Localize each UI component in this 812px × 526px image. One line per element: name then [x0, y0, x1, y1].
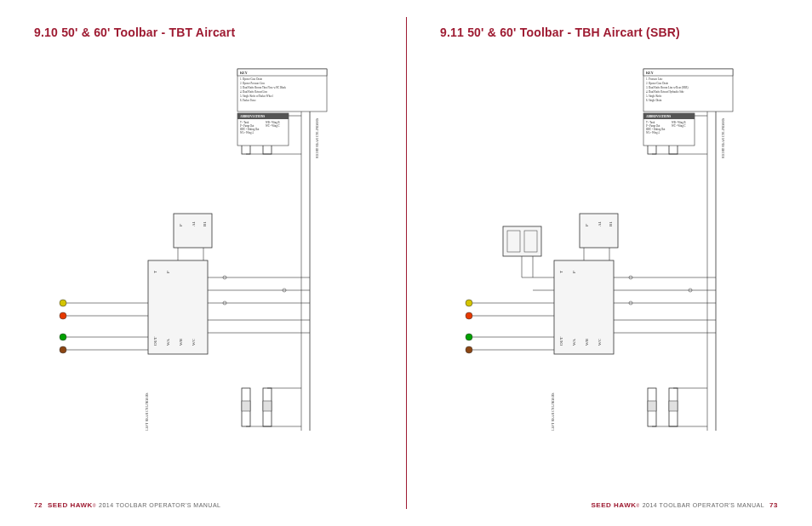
page-right: 9.11 50' & 60' Toolbar - TBH Aircart (SB…: [406, 0, 812, 526]
svg-text:3. Dual Knife Brown Line w/Rea: 3. Dual Knife Brown Line w/Rear (SBR): [646, 86, 688, 89]
footer-left: 72 SEED HAWK ® 2014 TOOLBAR OPERATOR'S M…: [34, 501, 372, 509]
svg-point-3: [60, 346, 66, 353]
svg-text:6. Single Drain: 6. Single Drain: [646, 99, 662, 102]
svg-point-64: [466, 312, 472, 319]
svg-text:WC - Wing C: WC - Wing C: [672, 124, 686, 128]
svg-text:RIGHT REAR CYLINDERS: RIGHT REAR CYLINDERS: [315, 118, 319, 158]
hydraulic-schematic-icon: T P OUT WA WB WC P A1 B1: [46, 56, 361, 456]
heading-left: 9.10 50' & 60' Toolbar - TBT Aircart: [34, 26, 372, 39]
svg-text:1. Pressure Line: 1. Pressure Line: [646, 77, 663, 81]
svg-point-66: [466, 346, 472, 353]
svg-text:T: T: [153, 271, 157, 273]
svg-point-1: [60, 312, 66, 319]
svg-rect-114: [643, 69, 733, 76]
heading-right: 9.11 50' & 60' Toolbar - TBH Aircart (SB…: [440, 26, 778, 39]
svg-text:RIGHT REAR CYLINDERS: RIGHT REAR CYLINDERS: [721, 118, 725, 158]
svg-rect-107: [669, 401, 678, 411]
svg-rect-44: [237, 69, 327, 76]
svg-text:KEY: KEY: [646, 71, 654, 75]
page-number-left: 72: [34, 501, 43, 509]
svg-text:KEY: KEY: [240, 71, 248, 75]
brand-reg-left: ®: [93, 503, 96, 508]
svg-text:4. Dual Knife Retract Line: 4. Dual Knife Retract Line: [240, 90, 268, 94]
svg-text:P: P: [572, 271, 576, 273]
svg-rect-37: [263, 401, 272, 411]
svg-text:P: P: [179, 224, 183, 226]
svg-point-63: [466, 300, 472, 306]
svg-text:OUT: OUT: [559, 337, 563, 346]
svg-text:A1: A1: [192, 220, 196, 226]
svg-text:WC - Wing C: WC - Wing C: [266, 124, 280, 128]
svg-text:2. Opener Pressure Line: 2. Opener Pressure Line: [240, 82, 266, 85]
page-number-right: 73: [769, 501, 778, 509]
svg-rect-36: [242, 401, 250, 411]
svg-text:6. Packer Force: 6. Packer Force: [240, 99, 256, 102]
diagram-left: T P OUT WA WB WC P A1 B1: [34, 56, 372, 501]
svg-text:5. Single Knife: 5. Single Knife: [646, 94, 662, 98]
svg-text:B1: B1: [609, 221, 613, 226]
svg-rect-15: [174, 214, 212, 248]
svg-text:WB: WB: [585, 338, 589, 346]
svg-rect-78: [580, 214, 618, 248]
brand-reg-right: ®: [636, 503, 639, 508]
svg-text:ABBREVIATIONS: ABBREVIATIONS: [646, 115, 671, 118]
svg-text:WA - Wing A: WA - Wing A: [240, 131, 254, 134]
diagram-right: T P OUT WA WB WC P A1 B1: [440, 56, 778, 501]
footer-right: SEED HAWK ® 2014 TOOLBAR OPERATOR'S MANU…: [440, 501, 778, 509]
svg-text:LEFT REAR CYLINDERS: LEFT REAR CYLINDERS: [145, 392, 149, 431]
svg-text:P: P: [166, 271, 170, 273]
svg-text:4. Dual Knife Retract Hydrauli: 4. Dual Knife Retract Hydraulic Side: [646, 90, 684, 94]
brand-left: SEED HAWK: [48, 501, 93, 509]
brand-right: SEED HAWK: [592, 501, 637, 509]
svg-text:5. Single Knife w/Packer Wheel: 5. Single Knife w/Packer Wheel: [240, 94, 273, 98]
svg-text:B1: B1: [203, 221, 207, 226]
svg-text:2. Opener Case Drain: 2. Opener Case Drain: [646, 82, 668, 85]
svg-text:P: P: [585, 224, 589, 226]
svg-text:3. Dual Knife Brown Thru Flow : 3. Dual Knife Brown Thru Flow w/SC Block: [240, 86, 287, 89]
footer-text-right: 2014 TOOLBAR OPERATOR'S MANUAL: [643, 502, 764, 508]
hydraulic-schematic-icon: T P OUT WA WB WC P A1 B1: [452, 56, 767, 456]
svg-rect-106: [648, 401, 656, 411]
svg-point-0: [60, 300, 66, 306]
svg-text:WA: WA: [572, 339, 576, 346]
footer-text-left: 2014 TOOLBAR OPERATOR'S MANUAL: [99, 502, 220, 508]
svg-text:WA - Wing A: WA - Wing A: [646, 131, 660, 134]
svg-text:OUT: OUT: [153, 337, 157, 346]
svg-text:WB: WB: [179, 338, 183, 346]
svg-text:WC: WC: [192, 338, 196, 346]
svg-text:WA: WA: [166, 339, 170, 346]
svg-text:T: T: [559, 271, 563, 273]
svg-point-65: [466, 334, 472, 340]
svg-text:ABBREVIATIONS: ABBREVIATIONS: [240, 115, 265, 118]
svg-text:LEFT REAR CYLINDERS: LEFT REAR CYLINDERS: [551, 392, 555, 431]
svg-text:A1: A1: [598, 220, 602, 226]
svg-point-2: [60, 334, 66, 340]
page-left: 9.10 50' & 60' Toolbar - TBT Aircart T P…: [0, 0, 406, 526]
svg-text:WC: WC: [598, 338, 602, 346]
svg-text:1. Opener Case Drain: 1. Opener Case Drain: [240, 77, 262, 81]
